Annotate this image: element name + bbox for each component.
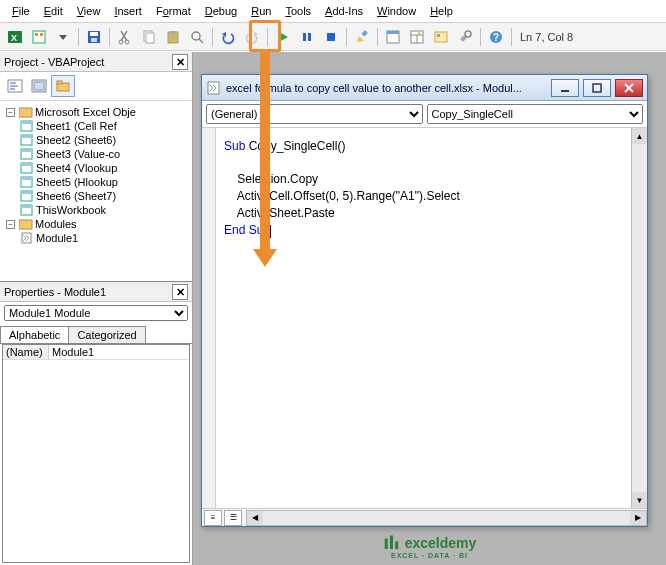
- properties-tab-categorized[interactable]: Categorized: [68, 326, 145, 343]
- scroll-up-icon[interactable]: ▲: [632, 128, 647, 144]
- redo-icon[interactable]: [241, 26, 263, 48]
- svg-rect-2: [33, 31, 45, 43]
- menu-addins[interactable]: Add-Ins: [319, 3, 369, 19]
- svg-rect-31: [435, 32, 447, 42]
- svg-rect-68: [395, 542, 398, 550]
- undo-icon[interactable]: [217, 26, 239, 48]
- svg-rect-56: [21, 191, 32, 194]
- menu-run[interactable]: Run: [245, 3, 277, 19]
- toolbox-icon[interactable]: [454, 26, 476, 48]
- svg-rect-26: [387, 31, 399, 34]
- svg-rect-48: [21, 135, 32, 138]
- break-icon[interactable]: [296, 26, 318, 48]
- run-icon[interactable]: [272, 26, 294, 48]
- menu-file[interactable]: File: [6, 3, 36, 19]
- toggle-folders-icon[interactable]: [51, 75, 75, 97]
- tree-thisworkbook[interactable]: ThisWorkbook: [36, 204, 106, 216]
- properties-tab-alphabetic[interactable]: Alphabetic: [0, 326, 69, 343]
- insert-module-icon[interactable]: [28, 26, 50, 48]
- svg-point-15: [192, 32, 200, 40]
- menu-debug[interactable]: Debug: [199, 3, 243, 19]
- find-icon[interactable]: [186, 26, 208, 48]
- tree-sheet4[interactable]: Sheet4 (Vlookup: [36, 162, 117, 174]
- tree-sheet5[interactable]: Sheet5 (Hlookup: [36, 176, 118, 188]
- svg-rect-44: [19, 108, 32, 117]
- minimize-button[interactable]: [551, 79, 579, 97]
- properties-grid[interactable]: (Name) Module1: [2, 344, 190, 563]
- close-button[interactable]: [615, 79, 643, 97]
- svg-text:X: X: [11, 33, 17, 43]
- save-icon[interactable]: [83, 26, 105, 48]
- scroll-right-icon[interactable]: ▶: [630, 511, 646, 525]
- maximize-button[interactable]: [583, 79, 611, 97]
- view-excel-icon[interactable]: X: [4, 26, 26, 48]
- cut-icon[interactable]: [114, 26, 136, 48]
- prop-name-key: (Name): [3, 345, 49, 359]
- svg-rect-21: [308, 33, 311, 41]
- design-mode-icon[interactable]: [351, 26, 373, 48]
- project-explorer-panel: Project - VBAProject ✕ −Microsoft Excel …: [0, 52, 192, 282]
- svg-marker-23: [357, 36, 364, 42]
- project-tree[interactable]: −Microsoft Excel Obje Sheet1 (Cell Ref S…: [0, 101, 192, 281]
- properties-panel-title: Properties - Module1: [4, 286, 106, 298]
- logo-subtitle: EXCEL · DATA · BI: [391, 552, 468, 559]
- svg-rect-59: [19, 220, 32, 229]
- menubar: File Edit View Insert Format Debug Run T…: [0, 0, 666, 23]
- code-editor[interactable]: Sub Copy_SingleCell() Selection.Copy Act…: [216, 128, 647, 508]
- paste-icon[interactable]: [162, 26, 184, 48]
- vertical-scrollbar[interactable]: ▲ ▼: [631, 128, 647, 508]
- reset-icon[interactable]: [320, 26, 342, 48]
- svg-rect-20: [303, 33, 306, 41]
- procedure-view-icon[interactable]: ≡: [204, 510, 222, 526]
- copy-icon[interactable]: [138, 26, 160, 48]
- svg-text:?: ?: [493, 32, 499, 43]
- object-dropdown[interactable]: (General): [206, 104, 423, 124]
- menu-view[interactable]: View: [71, 3, 107, 19]
- project-explorer-icon[interactable]: [382, 26, 404, 48]
- tree-sheet3[interactable]: Sheet3 (Value-co: [36, 148, 120, 160]
- full-module-view-icon[interactable]: ☰: [224, 510, 242, 526]
- svg-rect-46: [21, 121, 32, 124]
- scroll-down-icon[interactable]: ▼: [632, 492, 647, 508]
- svg-rect-22: [327, 33, 335, 41]
- properties-window-icon[interactable]: [406, 26, 428, 48]
- horizontal-scrollbar[interactable]: ◀ ▶: [246, 510, 647, 526]
- help-icon[interactable]: ?: [485, 26, 507, 48]
- properties-panel-close-icon[interactable]: ✕: [172, 284, 188, 300]
- project-panel-close-icon[interactable]: ✕: [172, 54, 188, 70]
- tree-collapse-icon[interactable]: −: [6, 108, 15, 117]
- scroll-left-icon[interactable]: ◀: [247, 511, 263, 525]
- menu-insert[interactable]: Insert: [108, 3, 148, 19]
- svg-line-16: [199, 39, 203, 43]
- svg-rect-14: [170, 31, 176, 34]
- tree-folder-excel-objects[interactable]: Microsoft Excel Obje: [35, 106, 136, 118]
- tree-sheet1[interactable]: Sheet1 (Cell Ref: [36, 120, 117, 132]
- svg-rect-24: [361, 30, 367, 36]
- view-object-icon[interactable]: [27, 75, 51, 97]
- exceldemy-logo: exceldemy EXCEL · DATA · BI: [383, 534, 477, 559]
- menu-tools[interactable]: Tools: [279, 3, 317, 19]
- menu-help[interactable]: Help: [424, 3, 459, 19]
- svg-rect-66: [384, 539, 387, 550]
- menu-edit[interactable]: Edit: [38, 3, 69, 19]
- tree-collapse-modules-icon[interactable]: −: [6, 220, 15, 229]
- svg-rect-32: [437, 34, 440, 37]
- svg-rect-52: [21, 163, 32, 166]
- object-browser-icon[interactable]: [430, 26, 452, 48]
- toolbar: X ? Ln 7, Col 8: [0, 23, 666, 51]
- svg-rect-58: [21, 205, 32, 208]
- dropdown-icon[interactable]: [52, 26, 74, 48]
- view-code-icon[interactable]: [3, 75, 27, 97]
- project-panel-title: Project - VBAProject: [4, 56, 104, 68]
- menu-format[interactable]: Format: [150, 3, 197, 19]
- tree-sheet6[interactable]: Sheet6 (Sheet7): [36, 190, 116, 202]
- code-window: excel formula to copy cell value to anot…: [201, 74, 648, 527]
- prop-name-value[interactable]: Module1: [49, 345, 189, 359]
- menu-window[interactable]: Window: [371, 3, 422, 19]
- tree-folder-modules[interactable]: Modules: [35, 218, 77, 230]
- logo-brand: exceldemy: [405, 535, 477, 551]
- properties-object-select[interactable]: Module1 Module: [4, 305, 188, 321]
- tree-module1[interactable]: Module1: [36, 232, 78, 244]
- procedure-dropdown[interactable]: Copy_SingleCell: [427, 104, 644, 124]
- tree-sheet2[interactable]: Sheet2 (Sheet6): [36, 134, 116, 146]
